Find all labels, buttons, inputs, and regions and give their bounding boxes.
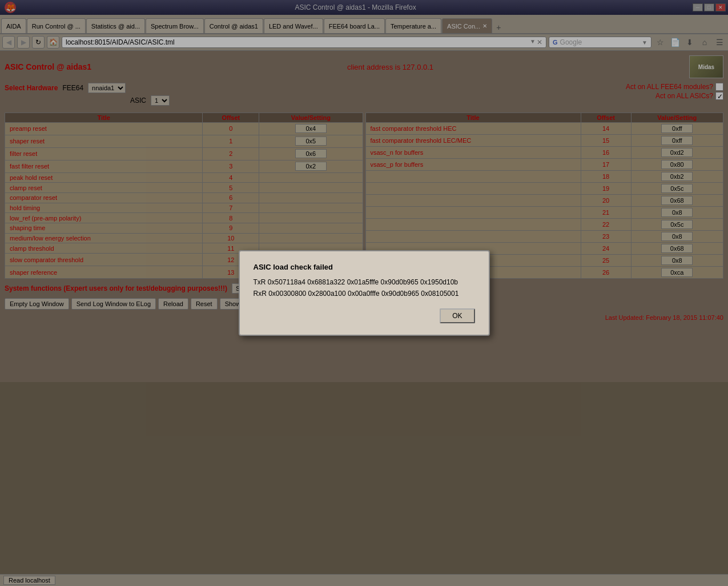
dialog-footer: OK bbox=[254, 308, 475, 323]
dialog-body: TxR 0x507118a4 0x6881a322 0x01a5fffe 0x9… bbox=[254, 277, 475, 299]
dialog-ok-button[interactable]: OK bbox=[440, 308, 474, 323]
dialog-overlay: ASIC load check failed TxR 0x507118a4 0x… bbox=[0, 0, 728, 382]
dialog-line1: TxR 0x507118a4 0x6881a322 0x01a5fffe 0x9… bbox=[254, 277, 475, 288]
dialog-line2: RxR 0x00300800 0x2800a100 0x00a0fffe 0x9… bbox=[254, 288, 475, 299]
dialog-title: ASIC load check failed bbox=[254, 263, 475, 271]
error-dialog: ASIC load check failed TxR 0x507118a4 0x… bbox=[239, 250, 490, 335]
